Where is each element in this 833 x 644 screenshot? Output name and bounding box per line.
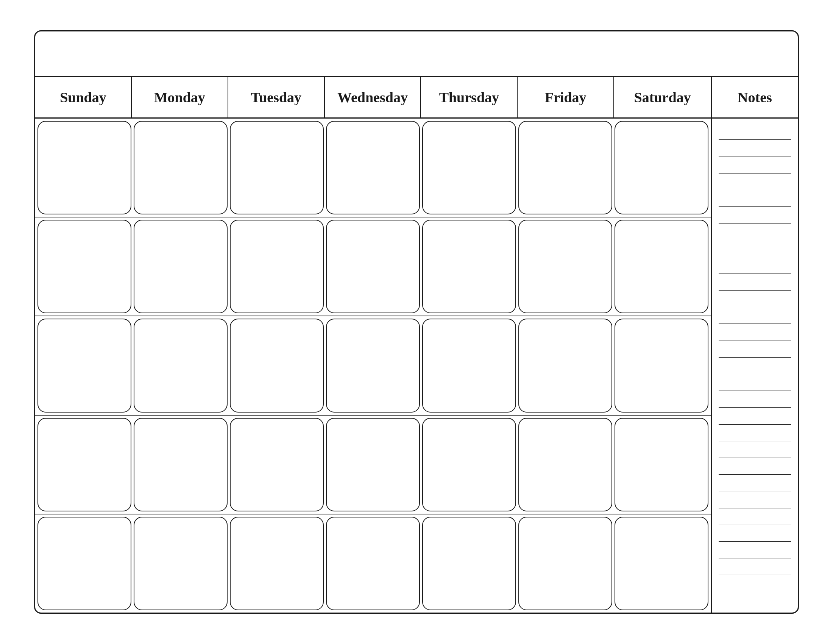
note-line [719, 290, 791, 291]
note-line [719, 240, 791, 240]
note-line [719, 390, 791, 391]
week-row-4 [35, 415, 711, 514]
notes-section: Notes [711, 77, 798, 613]
note-line [719, 558, 791, 559]
week-row-3 [35, 316, 711, 415]
day-cell-r4c4[interactable] [326, 418, 420, 511]
note-line [719, 206, 791, 207]
note-line [719, 357, 791, 357]
week-row-5 [35, 514, 711, 613]
week-row-2 [35, 217, 711, 316]
day-cell-r4c3[interactable] [230, 418, 324, 511]
day-cell-r2c6[interactable] [518, 220, 612, 313]
note-line [719, 474, 791, 475]
note-line [719, 524, 791, 525]
notes-header: Notes [712, 77, 798, 119]
note-line [719, 508, 791, 509]
note-line [719, 340, 791, 341]
header-friday: Friday [518, 77, 614, 118]
day-cell-r5c2[interactable] [133, 517, 228, 610]
day-cell-r1c6[interactable] [518, 121, 612, 214]
note-line [719, 407, 791, 407]
day-cell-r1c4[interactable] [326, 121, 420, 214]
note-line [719, 457, 791, 458]
day-cell-r5c3[interactable] [230, 517, 324, 610]
day-cell-r5c7[interactable] [614, 517, 708, 610]
day-cell-r4c2[interactable] [133, 418, 228, 511]
day-cell-r2c1[interactable] [37, 220, 131, 313]
header-sunday: Sunday [35, 77, 132, 118]
day-cell-r5c1[interactable] [37, 517, 131, 610]
day-cell-r3c7[interactable] [614, 319, 708, 412]
days-section: Sunday Monday Tuesday Wednesday Thursday [35, 77, 711, 613]
calendar-wrapper: Sunday Monday Tuesday Wednesday Thursday [19, 15, 814, 629]
note-line [719, 156, 791, 156]
calendar-container: Sunday Monday Tuesday Wednesday Thursday [34, 30, 799, 614]
note-line [719, 189, 791, 190]
note-line [719, 374, 791, 374]
day-cell-r1c1[interactable] [37, 121, 131, 214]
day-cell-r3c4[interactable] [326, 319, 420, 412]
note-line [719, 541, 791, 542]
header-thursday: Thursday [421, 77, 518, 118]
day-cell-r2c2[interactable] [133, 220, 228, 313]
note-line [719, 574, 791, 575]
notes-label: Notes [738, 89, 772, 106]
note-line [719, 306, 791, 307]
day-cell-r5c5[interactable] [422, 517, 516, 610]
week-row-1 [35, 119, 711, 217]
notes-lines[interactable] [712, 119, 798, 613]
day-cell-r5c4[interactable] [326, 517, 420, 610]
note-line [719, 139, 791, 140]
day-cell-r2c5[interactable] [422, 220, 516, 313]
day-cell-r3c1[interactable] [37, 319, 131, 412]
day-cell-r5c6[interactable] [518, 517, 612, 610]
day-cell-r4c6[interactable] [518, 418, 612, 511]
note-line [719, 441, 791, 441]
note-line [719, 256, 791, 257]
note-line [719, 173, 791, 174]
header-monday: Monday [132, 77, 228, 118]
note-line [719, 323, 791, 324]
day-cell-r1c5[interactable] [422, 121, 516, 214]
day-cell-r2c4[interactable] [326, 220, 420, 313]
note-line [719, 424, 791, 425]
day-cell-r2c7[interactable] [614, 220, 708, 313]
grid-rows [35, 119, 711, 613]
note-line [719, 273, 791, 274]
day-cell-r3c6[interactable] [518, 319, 612, 412]
note-line [719, 223, 791, 224]
day-cell-r4c7[interactable] [614, 418, 708, 511]
title-bar [35, 31, 798, 77]
day-cell-r3c2[interactable] [133, 319, 228, 412]
day-cell-r2c3[interactable] [230, 220, 324, 313]
day-cell-r4c1[interactable] [37, 418, 131, 511]
day-cell-r1c3[interactable] [230, 121, 324, 214]
note-line [719, 491, 791, 491]
header-tuesday: Tuesday [228, 77, 325, 118]
day-cell-r1c7[interactable] [614, 121, 708, 214]
calendar-body: Sunday Monday Tuesday Wednesday Thursday [35, 77, 798, 613]
day-cell-r1c2[interactable] [133, 121, 228, 214]
header-wednesday: Wednesday [325, 77, 421, 118]
header-row: Sunday Monday Tuesday Wednesday Thursday [35, 77, 711, 119]
day-cell-r3c3[interactable] [230, 319, 324, 412]
note-line [719, 591, 791, 592]
day-cell-r3c5[interactable] [422, 319, 516, 412]
header-saturday: Saturday [614, 77, 711, 118]
day-cell-r4c5[interactable] [422, 418, 516, 511]
